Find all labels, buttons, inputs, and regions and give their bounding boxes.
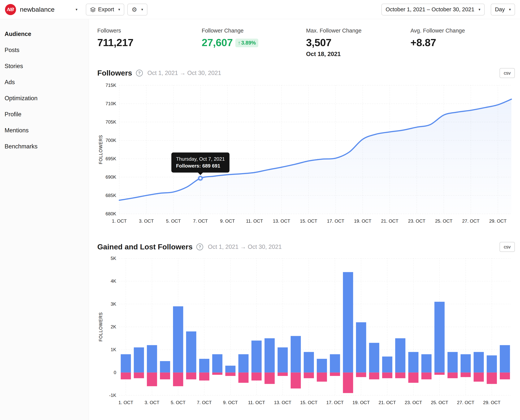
svg-text:23. OCT: 23. OCT [408, 218, 426, 224]
export-button[interactable]: Export ▾ [86, 4, 124, 15]
svg-text:11. OCT: 11. OCT [246, 218, 263, 224]
svg-text:9. OCT: 9. OCT [220, 218, 235, 224]
stats-row: Followers 711,217 Follower Change 27,607… [97, 28, 515, 58]
sidebar-item-posts[interactable]: Posts [5, 42, 89, 58]
svg-text:-1K: -1K [109, 393, 116, 398]
svg-text:15. OCT: 15. OCT [300, 218, 317, 224]
sidebar-item-optimization[interactable]: Optimization [5, 90, 89, 106]
svg-text:27. OCT: 27. OCT [462, 218, 479, 224]
stat-avg-follower-change: Avg. Follower Change +8.87 [410, 28, 515, 58]
chevron-down-icon: ▾ [509, 7, 511, 12]
date-range-button[interactable]: October 1, 2021 – October 30, 2021 ▾ [381, 4, 485, 15]
svg-text:1K: 1K [111, 347, 116, 352]
account-name: newbalance [20, 6, 54, 13]
svg-text:27. OCT: 27. OCT [457, 400, 474, 405]
newbalance-logo-icon: NB [5, 4, 16, 15]
stat-value: 711,217 [97, 37, 202, 48]
svg-text:11. OCT: 11. OCT [248, 400, 265, 405]
svg-text:715K: 715K [105, 83, 116, 88]
stat-date: Oct 18, 2021 [306, 51, 410, 58]
svg-text:FOLLOWERS: FOLLOWERS [98, 312, 103, 341]
svg-text:1. OCT: 1. OCT [112, 218, 127, 224]
svg-text:9. OCT: 9. OCT [223, 400, 238, 405]
svg-text:705K: 705K [105, 119, 116, 125]
granularity-button[interactable]: Day ▾ [491, 4, 515, 15]
svg-text:3K: 3K [111, 301, 116, 307]
svg-text:13. OCT: 13. OCT [273, 218, 290, 224]
followers-section: Followers ? Oct 1, 2021 → Oct 30, 2021 c… [97, 68, 515, 228]
stat-label: Max. Follower Change [306, 28, 410, 34]
export-layers-icon [90, 7, 96, 12]
up-arrow-icon: ↑ [238, 40, 240, 46]
svg-text:29. OCT: 29. OCT [483, 400, 500, 405]
svg-text:25. OCT: 25. OCT [431, 400, 448, 405]
chevron-down-icon[interactable]: ▾ [75, 7, 77, 12]
settings-button[interactable]: ⚙ ▾ [127, 4, 147, 15]
csv-export-button[interactable]: csv [499, 242, 515, 252]
svg-text:695K: 695K [105, 156, 116, 161]
svg-text:19. OCT: 19. OCT [354, 218, 371, 224]
svg-text:13. OCT: 13. OCT [274, 400, 291, 405]
stat-value: +8.87 [410, 37, 515, 48]
svg-text:0: 0 [114, 370, 116, 375]
svg-text:15. OCT: 15. OCT [300, 400, 318, 405]
svg-text:21. OCT: 21. OCT [381, 218, 398, 224]
svg-text:23. OCT: 23. OCT [405, 400, 422, 405]
main-content: Followers 711,217 Follower Change 27,607… [89, 19, 520, 420]
svg-text:1. OCT: 1. OCT [119, 400, 134, 405]
gear-icon: ⚙ [132, 7, 137, 13]
help-icon[interactable]: ? [196, 243, 203, 250]
top-bar: NB newbalance ▾ Export ▾ ⚙ ▾ October 1, … [0, 0, 520, 19]
svg-text:7. OCT: 7. OCT [197, 400, 212, 405]
section-title: Followers [97, 69, 132, 77]
gained-lost-bar-chart-svg[interactable]: 5K4K3K2K1K0-1K1. OCT3. OCT5. OCT7. OCT9.… [97, 256, 514, 412]
svg-text:710K: 710K [105, 101, 116, 106]
svg-text:FOLLOWERS: FOLLOWERS [98, 135, 103, 164]
date-range-label: October 1, 2021 – October 30, 2021 [386, 6, 474, 13]
svg-text:3. OCT: 3. OCT [139, 218, 154, 224]
svg-text:17. OCT: 17. OCT [326, 400, 344, 405]
csv-export-button[interactable]: csv [499, 68, 515, 78]
section-date-range: Oct 1, 2021 → Oct 30, 2021 [208, 243, 282, 250]
chevron-down-icon: ▾ [141, 7, 143, 12]
stat-label: Follower Change [202, 28, 306, 34]
help-icon[interactable]: ? [136, 70, 143, 76]
svg-text:7. OCT: 7. OCT [193, 218, 208, 224]
percent-change-badge: ↑3.89% [235, 39, 258, 47]
stat-value: 27,607 [202, 37, 233, 48]
sidebar-item-ads[interactable]: Ads [5, 74, 89, 90]
svg-text:4K: 4K [111, 278, 116, 284]
followers-section-header: Followers ? Oct 1, 2021 → Oct 30, 2021 c… [97, 68, 515, 78]
svg-text:29. OCT: 29. OCT [489, 218, 507, 224]
topbar-right-group: October 1, 2021 – October 30, 2021 ▾ Day… [381, 4, 515, 15]
export-label: Export [98, 6, 114, 13]
chevron-down-icon: ▾ [478, 7, 480, 12]
stat-label: Followers [97, 28, 202, 34]
gained-lost-bar-chart[interactable]: 5K4K3K2K1K0-1K1. OCT3. OCT5. OCT7. OCT9.… [97, 256, 515, 412]
chevron-down-icon: ▾ [118, 7, 120, 12]
svg-text:25. OCT: 25. OCT [435, 218, 453, 224]
sidebar-item-stories[interactable]: Stories [5, 58, 89, 74]
sidebar-item-benchmarks[interactable]: Benchmarks [5, 138, 89, 155]
svg-text:2K: 2K [111, 324, 116, 329]
granularity-label: Day [495, 6, 505, 13]
section-date-range: Oct 1, 2021 → Oct 30, 2021 [147, 70, 221, 76]
stat-label: Avg. Follower Change [410, 28, 515, 34]
followers-line-chart[interactable]: 715K710K705K700K695K690K685K680K1. OCT3.… [97, 82, 515, 228]
stat-followers: Followers 711,217 [97, 28, 202, 58]
sidebar-item-profile[interactable]: Profile [5, 106, 89, 122]
gained-lost-section-header: Gained and Lost Followers ? Oct 1, 2021 … [97, 242, 515, 252]
sidebar-nav: Audience Posts Stories Ads Optimization … [0, 19, 89, 420]
svg-text:680K: 680K [105, 211, 116, 216]
sidebar-item-audience[interactable]: Audience [5, 26, 89, 42]
sidebar-item-mentions[interactable]: Mentions [5, 122, 89, 138]
svg-text:5. OCT: 5. OCT [171, 400, 186, 405]
svg-text:5K: 5K [111, 256, 116, 261]
account-selector[interactable]: NB newbalance ▾ [5, 4, 77, 15]
svg-text:3. OCT: 3. OCT [145, 400, 159, 405]
followers-line-chart-svg[interactable]: 715K710K705K700K695K690K685K680K1. OCT3.… [97, 82, 514, 228]
gained-lost-section: Gained and Lost Followers ? Oct 1, 2021 … [97, 242, 515, 412]
svg-text:17. OCT: 17. OCT [327, 218, 344, 224]
svg-text:19. OCT: 19. OCT [352, 400, 370, 405]
svg-text:685K: 685K [105, 193, 116, 198]
